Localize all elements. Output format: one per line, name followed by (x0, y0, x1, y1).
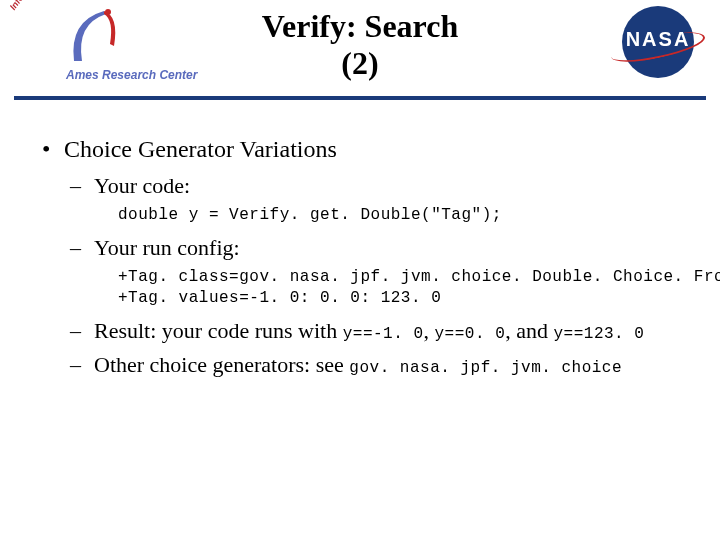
result-c3: y==123. 0 (554, 325, 645, 343)
nasa-logo: NASA (614, 6, 702, 80)
code-run-config-line1: +Tag. class=gov. nasa. jpf. jvm. choice.… (118, 268, 720, 286)
sub-run-config: Your run config: (70, 235, 698, 261)
code-run-config-line2: +Tag. values=-1. 0: 0. 0: 123. 0 (118, 289, 441, 307)
result-c2: y==0. 0 (435, 325, 506, 343)
other-prefix: Other choice generators: see (94, 352, 349, 377)
title-line-2: (2) (14, 45, 706, 82)
result-c1: y==-1. 0 (343, 325, 424, 343)
sub-your-code: Your code: (70, 173, 698, 199)
slide-body: Choice Generator Variations Your code: d… (0, 100, 720, 378)
nasa-word: NASA (614, 28, 702, 51)
result-sep2: , and (505, 318, 553, 343)
other-code: gov. nasa. jpf. jvm. choice (349, 359, 622, 377)
slide-title: Verify: Search (2) (14, 8, 706, 82)
code-your-code: double y = Verify. get. Double("Tag"); (118, 205, 698, 227)
result-prefix: Result: your code runs with (94, 318, 343, 343)
bullet-choice-generator: Choice Generator Variations (42, 136, 698, 163)
slide-header: Information Sciences & Technology Ames R… (14, 0, 706, 100)
sub-other: Other choice generators: see gov. nasa. … (70, 352, 698, 378)
result-sep1: , (424, 318, 435, 343)
code-run-config: +Tag. class=gov. nasa. jpf. jvm. choice.… (118, 267, 698, 310)
slide: Information Sciences & Technology Ames R… (0, 0, 720, 540)
title-line-1: Verify: Search (14, 8, 706, 45)
sub-result: Result: your code runs with y==-1. 0, y=… (70, 318, 698, 344)
